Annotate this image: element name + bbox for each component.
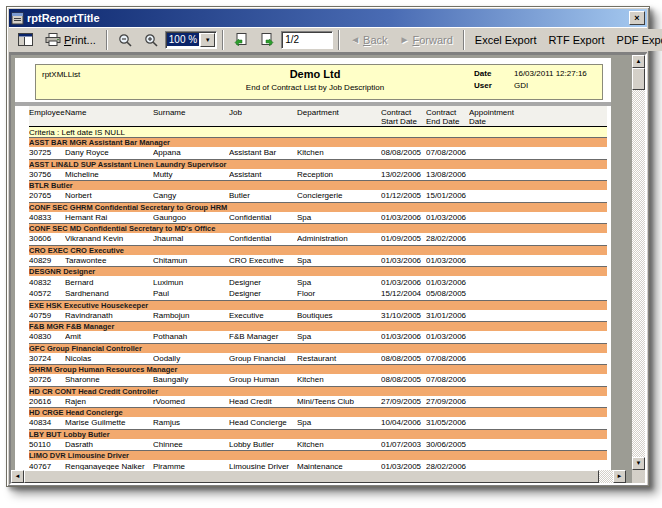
table-row: 30726SharonneBaungallyGroup HumanKitchen… [29, 374, 607, 386]
zoom-level-value: 100 % [167, 33, 199, 46]
column-header-job: Job [229, 106, 297, 127]
date-label: Date [474, 69, 514, 78]
column-header-appointment: Appointment Date [469, 106, 521, 127]
group-header-row: CONF SEC GHRM Confidential Secretary to … [29, 202, 607, 212]
report-title-block: Demo Ltd End of Contract List by Job Des… [156, 65, 474, 99]
report-window-icon [11, 12, 24, 25]
scroll-up-button[interactable]: ▲ [632, 55, 645, 68]
table-row: 50110DasrathChinneeLobby ButlerKitchen01… [29, 439, 607, 451]
table-row: 40572SardhenandPaulDesignerFloor15/12/20… [29, 288, 607, 300]
back-label: ack [370, 34, 387, 46]
group-header-row: BTLR Butler [29, 181, 607, 191]
toolbar: Print... 100 % ▼ [9, 27, 647, 53]
titlebar: rptReportTitle × [9, 9, 647, 27]
table-row: 40830AmitPothanahF&B ManagerSpa01/03/200… [29, 331, 607, 343]
rtf-export-button[interactable]: RTF Export [544, 29, 610, 51]
toolbar-separator [106, 30, 108, 50]
prev-page-button[interactable] [229, 29, 253, 51]
table-row: 40832BernardLuximunDesignerSpa01/03/2006… [29, 276, 607, 288]
report-name: rptXMLList [36, 65, 156, 99]
forward-button[interactable]: ► Forward [395, 29, 458, 51]
zoom-in-button[interactable] [139, 29, 163, 51]
table-row: 30756MichelineMuttyAssistantReception13/… [29, 169, 607, 181]
zoom-out-icon [118, 33, 132, 47]
table-row: 30724NicolasOodallyGroup FinancialRestau… [29, 353, 607, 365]
excel-export-button[interactable]: Excel Export [470, 29, 542, 51]
group-header-row: DESGNR Designer [29, 267, 607, 277]
report-viewport: rptXMLList Demo Ltd End of Contract List… [9, 53, 647, 485]
table-row: 40834Marise GuilmetteRamjusHead Concierg… [29, 417, 607, 429]
group-header-row: LIMO DVR Limousine Driver [29, 451, 607, 461]
date-value: 16/03/2011 12:27:16 [514, 69, 587, 78]
table-row: 40767Renganayegee NaikerPirammeLimousine… [29, 460, 607, 470]
table-row: 40759RavindranathRambojunExecutiveBoutiq… [29, 310, 607, 322]
column-header-row: Employee Name Surname Job Department Con… [29, 106, 607, 127]
vertical-scroll-thumb[interactable] [632, 68, 645, 90]
group-header-row: LBY BUT Lobby Butler [29, 429, 607, 439]
column-header-employee: Employee [29, 106, 65, 127]
group-tree-icon [18, 33, 33, 46]
close-button[interactable]: × [629, 11, 645, 25]
group-header-row: HD CRGE Head Concierge [29, 408, 607, 418]
report-table-body: Criteria : Left date IS NULL ASST BAR MG… [29, 127, 607, 471]
printer-icon [45, 33, 61, 46]
report-viewer-window: rptReportTitle × Print... [6, 6, 650, 487]
table-row: 20765NorbertCangyButlerConciergerie01/12… [29, 190, 607, 202]
scroll-down-button[interactable]: ▼ [632, 457, 645, 470]
back-button[interactable]: ◄ Back [345, 29, 392, 51]
column-header-name: Name [65, 106, 153, 127]
pdf-export-button[interactable]: PDF Export [612, 29, 662, 51]
zoom-in-icon [144, 33, 158, 47]
column-header-surname: Surname [153, 106, 229, 127]
print-button[interactable]: Print... [40, 29, 101, 51]
toolbar-separator [338, 30, 340, 50]
table-row: 20616RajenrVoomedHead CreditMini/Teens C… [29, 396, 607, 408]
toolbar-separator [222, 30, 224, 50]
report-subtitle: End of Contract List by Job Description [156, 83, 474, 92]
group-header-row: HD CR CONT Head Credit Controller [29, 386, 607, 396]
user-label: User [474, 81, 514, 90]
scroll-right-button[interactable]: ► [613, 470, 626, 483]
scrollbar-corner [632, 470, 645, 483]
user-value: GDI [514, 81, 528, 90]
report-header-band: rptXMLList Demo Ltd End of Contract List… [35, 64, 603, 100]
toolbar-separator [463, 30, 465, 50]
window-title: rptReportTitle [27, 9, 626, 27]
column-header-contract-end: Contract End Date [426, 106, 469, 127]
group-header-row: CRO EXEC CRO Executive [29, 245, 607, 255]
table-row: 40833Hemant RaiGaungooConfidentialSpa01/… [29, 212, 607, 224]
group-tree-toggle-button[interactable] [13, 29, 38, 51]
horizontal-scroll-thumb[interactable] [24, 470, 599, 483]
report-page: rptXMLList Demo Ltd End of Contract List… [15, 58, 611, 470]
group-header-row: GFC Group Financial Controller [29, 343, 607, 353]
criteria-text: Criteria : Left date IS NULL [29, 127, 607, 138]
table-row: 30725Dany RoyceAppanaAssistant BarKitche… [29, 147, 607, 159]
forward-arrow-icon: ► [400, 34, 410, 45]
table-row: 40829TarawonteeChitamunCRO ExecutiveSpa0… [29, 255, 607, 267]
column-header-filler [521, 106, 607, 127]
page-number-input[interactable] [281, 31, 333, 49]
report-meta: Date 16/03/2011 12:27:16 User GDI [474, 65, 602, 99]
group-header-row: ASST LIN&LD SUP Assistant Linen Laundry … [29, 159, 607, 169]
company-name: Demo Ltd [156, 68, 474, 80]
group-header-row: CONF SEC MD Confidential Secretary to MD… [29, 224, 607, 234]
column-header-contract-start: Contract Start Date [381, 106, 426, 127]
vertical-scrollbar[interactable]: ▲ ▼ [632, 55, 645, 470]
group-header-row: F&B MGR F&B Manager [29, 322, 607, 332]
prev-page-icon [234, 33, 248, 47]
next-page-icon [260, 33, 274, 47]
column-header-department: Department [297, 106, 381, 127]
horizontal-scrollbar[interactable]: ◄ ► [11, 470, 626, 483]
group-header-row: ASST BAR MGR Assistant Bar Manager [29, 138, 607, 148]
zoom-level-combobox[interactable]: 100 % ▼ [165, 31, 217, 49]
combo-dropdown-arrow-icon[interactable]: ▼ [200, 33, 215, 47]
zoom-out-button[interactable] [113, 29, 137, 51]
group-header-row: EXE HSK Executive Housekeeper [29, 300, 607, 310]
forward-label: orward [419, 34, 453, 46]
report-table: Employee Name Surname Job Department Con… [29, 106, 607, 470]
back-arrow-icon: ◄ [350, 34, 360, 45]
group-header-row: GHRM Group Human Resources Manager [29, 365, 607, 375]
scroll-left-button[interactable]: ◄ [11, 470, 24, 483]
table-row: 30606Vikranand KevinJhaumalConfidentialA… [29, 233, 607, 245]
next-page-button[interactable] [255, 29, 279, 51]
